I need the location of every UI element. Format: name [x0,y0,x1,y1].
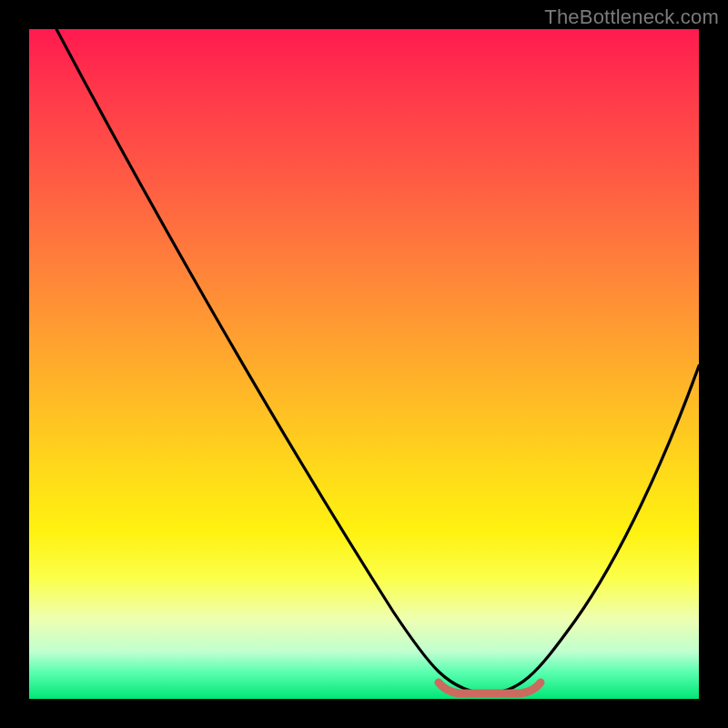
bottleneck-curve [56,29,699,693]
plot-area [29,29,699,699]
chart-stage: TheBottleneck.com [0,0,728,728]
watermark-text: TheBottleneck.com [544,5,719,29]
curve-layer [29,29,699,699]
